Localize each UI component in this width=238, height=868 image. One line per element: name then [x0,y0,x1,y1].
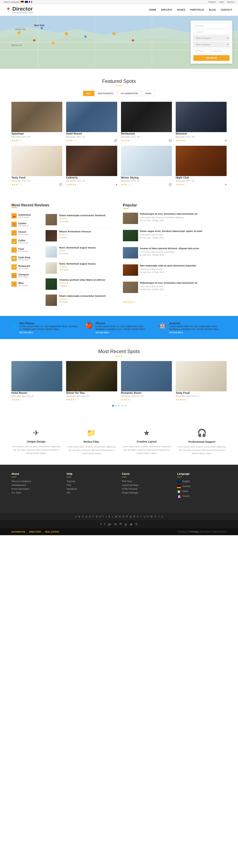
tab-bars[interactable]: BARS [142,91,155,96]
lang-en-link[interactable]: English [182,480,190,483]
lang-de-link[interactable]: German [182,485,190,488]
alpha-z[interactable]: Z [161,515,163,518]
alpha-r[interactable]: R [133,515,135,518]
footer-link[interactable]: Terms & Conditions [11,480,61,483]
language-selector[interactable]: Select Language [4,1,32,3]
linkedin-icon[interactable]: in [114,523,116,526]
search-button[interactable]: SEARCH [193,55,230,61]
heart-icon[interactable]: ♥ [116,183,117,186]
category-castles[interactable]: 🏰 Castles 220 reviews [11,220,42,229]
lang-german[interactable]: German [177,485,227,489]
alpha-b[interactable]: B [79,515,80,518]
twitter-icon[interactable]: t [104,523,105,526]
lang-italian[interactable]: Italian [177,490,227,494]
spot-card-restaurant[interactable]: Restaurant Worcester, NYC, NY ★★★★☆ 💬 [121,102,172,142]
dot-5[interactable] [124,405,126,407]
keyword-input[interactable] [193,23,230,28]
alpha-d[interactable]: D [85,515,87,518]
footer-link[interactable]: HTML Rockstar [122,488,171,490]
footer-link[interactable]: JavaScript Ninja [122,484,171,487]
min-price-input[interactable] [193,48,211,53]
tab-accomodation[interactable]: ACCOMODATION [117,91,142,96]
alpha-c[interactable]: C [82,515,84,518]
alpha-k[interactable]: K [109,515,110,518]
lang-french[interactable]: French [177,495,227,499]
alpha-l[interactable]: L [112,515,113,518]
footer-link[interactable]: Advertisement [11,484,61,487]
dot-2[interactable] [115,405,117,407]
alpha-a[interactable]: A [75,515,77,518]
alpha-n[interactable]: N [119,515,121,518]
nav-contact[interactable]: CONTACT [221,8,232,11]
tab-restaurants[interactable]: RESTAURANTS [95,91,117,96]
spot-card-tasty[interactable]: Tasty Food Worcester, NYC, NY ★★★☆☆ 💬 [11,146,62,186]
heart-icon[interactable]: ♥ [225,183,227,186]
comment-icon[interactable]: 💬 [169,183,172,186]
dot-1[interactable] [112,405,114,407]
alpha-s[interactable]: S [137,515,138,518]
spot-card-winter[interactable]: Winter Skying Worcester, NYC, NY ★★★☆☆ 💬 [121,146,172,186]
alpha-m[interactable]: M [115,515,117,518]
google-plus-icon[interactable]: g+ [108,523,111,526]
support-link[interactable]: Support [227,1,234,3]
flag-fr[interactable] [29,1,32,3]
alpha-y[interactable]: Y [158,515,160,518]
lang-it-link[interactable]: Italian [182,490,188,493]
spot-card-nightclub[interactable]: Night Club Worcester, NYC, NY ★★★★☆ ♥ [176,146,227,186]
spot-card-apartman[interactable]: Apartman Worcester, NYC, NY ★★★★☆ [11,102,62,142]
logo[interactable]: 📍 Director BUSINESS DIRECTORY [6,6,34,14]
category-food[interactable]: 🍴 Food 643 reviews [11,246,42,254]
max-price-input[interactable] [212,48,230,53]
comment-icon[interactable]: 💬 [114,139,117,142]
alpha-o[interactable]: O [123,515,124,518]
footer-link[interactable]: Press Information [11,488,61,490]
heart-icon[interactable]: ♥ [225,139,227,142]
comment-icon[interactable]: 💬 [169,139,172,142]
alpha-w[interactable]: W [151,515,153,518]
rss-icon[interactable]: ⊕ [130,523,132,526]
spot-card-cafeteria[interactable]: Cafeteria Worcester, NYC, NY ★★★★★ ♥ [66,146,117,186]
alpha-h[interactable]: H [100,515,101,518]
lang-fr-link[interactable]: French [182,495,189,497]
category-automotive[interactable]: 🚗 Automotive 542 reviews [11,212,42,220]
alpha-g[interactable]: G [96,515,98,518]
vimeo-icon[interactable]: V [135,523,137,526]
alpha-i[interactable]: I [103,515,104,518]
location-input[interactable] [193,29,230,34]
winphone-link[interactable]: Get your app » [19,331,33,333]
spot-card-motorest[interactable]: Motorest Worcester, NYC, NY ★★★★★ ♥ [176,102,227,142]
footer-real-estate[interactable]: REAL ESTATE [45,531,59,533]
alpha-f[interactable]: F [92,515,94,518]
footer-link[interactable]: Handbook [67,488,116,490]
nav-portfolio[interactable]: PORTFOLIO [190,8,204,11]
category-select[interactable]: Select Category Restaurants Hotels Bars [193,35,230,41]
flag-de[interactable] [21,1,24,3]
theme-egg-link[interactable]: ThemeEgg [189,531,199,533]
footer-link[interactable]: Tutorials [67,480,116,483]
category-restaurant[interactable]: 🍽 Restaurant 322 reviews [11,263,42,271]
category-church[interactable]: ⛪ Church 442 reviews [11,229,42,237]
alpha-v[interactable]: V [147,515,149,518]
footer-link[interactable]: FAQ [67,484,116,487]
android-link[interactable]: Get your app » [169,331,183,333]
category-cloth[interactable]: 👔 Cloth Shop 542 reviews [11,254,42,263]
footer-automotive[interactable]: AUTOMOTIVE [11,531,25,533]
facebook-icon[interactable]: f [101,523,101,526]
category-wine[interactable]: 🍷 Wine 611 reviews [11,280,42,288]
dot-4[interactable] [121,405,123,407]
footer-link[interactable]: Project Manager [122,491,171,494]
view-more-link[interactable]: View More » [123,301,135,303]
nav-pages[interactable]: PAGES [177,8,185,11]
register-link[interactable]: Register [208,1,216,3]
recent-spot-hotel[interactable]: Hotel Resort Worcester, New City, NY ★★★… [11,361,62,401]
recent-spot-romantic[interactable]: Romantic Room Worcester, New City, NY ★★… [121,361,172,401]
nav-blog[interactable]: BLOG [209,8,216,11]
alpha-j[interactable]: J [106,515,107,518]
pinterest-icon[interactable]: P [120,523,122,526]
alpha-x[interactable]: X [155,515,156,518]
footer-link[interactable]: API [67,491,116,494]
login-link[interactable]: Login [219,1,224,3]
recent-spot-dinner[interactable]: Dinner for Two Worcester, New York, NY ★… [66,361,117,401]
footer-directory[interactable]: DIRECTORY [29,531,41,533]
comment-icon[interactable]: 💬 [59,183,62,186]
